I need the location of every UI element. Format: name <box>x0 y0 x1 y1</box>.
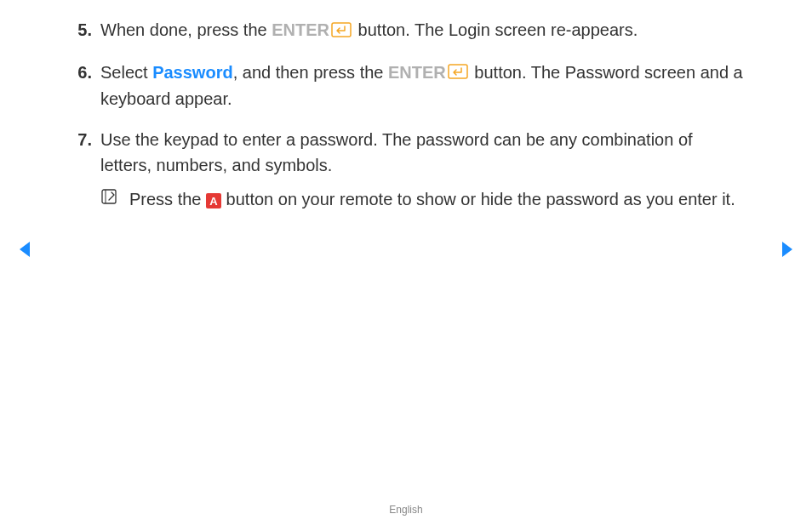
text-segment: Use the keypad to enter a password. The … <box>100 130 693 174</box>
enter-label: ENTER <box>388 63 446 82</box>
step-text: Select Password, and then press the ENTE… <box>100 60 744 112</box>
footer-language: English <box>0 504 812 516</box>
svg-rect-2 <box>102 190 116 203</box>
next-page-button[interactable] <box>780 240 795 262</box>
a-button-icon: A <box>206 193 221 208</box>
step-text: Use the keypad to enter a password. The … <box>100 127 744 212</box>
enter-icon <box>448 60 468 86</box>
step-6: 6. Select Password, and then press the E… <box>68 60 744 112</box>
step-number: 5. <box>68 17 92 44</box>
note-row: Press the A button on your remote to sho… <box>100 186 744 212</box>
step-text: When done, press the ENTER button. The L… <box>100 17 744 44</box>
text-segment: Select <box>100 63 152 82</box>
instruction-content: 5. When done, press the ENTER button. Th… <box>0 0 812 212</box>
prev-page-button[interactable] <box>17 240 32 262</box>
step-5: 5. When done, press the ENTER button. Th… <box>68 17 744 44</box>
step-number: 6. <box>68 60 92 112</box>
text-segment: Press the <box>129 190 206 208</box>
svg-rect-0 <box>332 23 351 37</box>
text-segment: button on your remote to show or hide th… <box>221 190 735 208</box>
step-7: 7. Use the keypad to enter a password. T… <box>68 127 744 212</box>
enter-icon <box>331 19 352 44</box>
text-segment: button. The Login screen re-appears. <box>353 20 638 39</box>
password-label: Password <box>152 63 232 82</box>
svg-rect-1 <box>449 65 467 78</box>
text-segment: When done, press the <box>100 20 272 39</box>
text-segment: , and then press the <box>233 63 388 82</box>
note-icon <box>100 186 124 212</box>
step-number: 7. <box>68 127 92 212</box>
enter-label: ENTER <box>272 20 329 39</box>
note-text: Press the A button on your remote to sho… <box>129 186 744 212</box>
